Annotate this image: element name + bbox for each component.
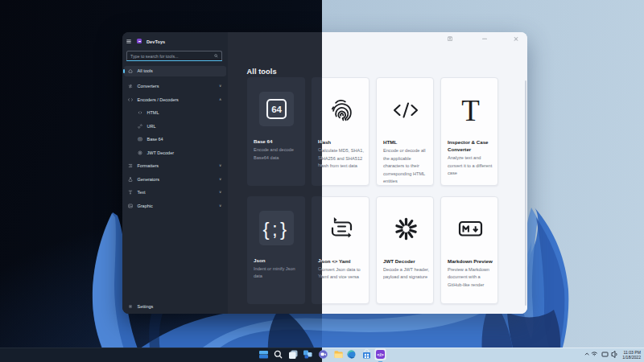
svg-text:64: 64 [138,138,141,141]
svg-text:{;}: {;} [262,218,289,240]
svg-text:64: 64 [271,105,282,114]
svg-text:T: T [461,94,480,127]
svg-text:</>: </> [377,352,384,357]
